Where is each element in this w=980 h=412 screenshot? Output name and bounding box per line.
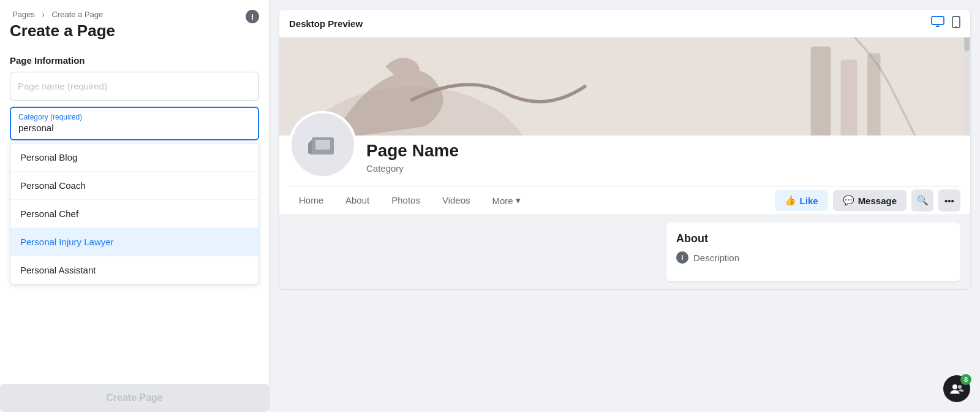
category-dropdown: Personal Blog Personal Coach Personal Ch… (10, 143, 259, 284)
like-button[interactable]: 👍 Like (775, 190, 828, 211)
page-name-input[interactable] (10, 72, 259, 101)
search-button[interactable]: 🔍 (911, 189, 933, 212)
svg-point-14 (952, 384, 957, 389)
dropdown-item-personal-injury-lawyer[interactable]: Personal Injury Lawyer (10, 228, 258, 256)
category-label: Category (required) (18, 113, 251, 121)
breadcrumb: Pages › Create a Page (10, 10, 259, 19)
nav-bar: Home About Photos Videos More ▾ 👍 Like 💬… (279, 186, 970, 215)
page-category-display: Category (366, 163, 459, 174)
content-area: About i Description (279, 215, 970, 289)
desktop-preview-icon[interactable] (931, 16, 944, 31)
nav-actions: 👍 Like 💬 Message 🔍 ••• (775, 189, 960, 212)
right-panel: Desktop Preview (270, 0, 980, 412)
page-information-label: Page Information (10, 55, 259, 66)
nav-home[interactable]: Home (289, 186, 333, 215)
more-options-button[interactable]: ••• (938, 189, 960, 212)
svg-point-15 (958, 385, 962, 389)
breadcrumb-separator: › (42, 10, 45, 19)
people-badge[interactable]: 8 (943, 375, 970, 402)
svg-rect-11 (964, 37, 970, 52)
ellipsis-icon: ••• (944, 196, 954, 206)
category-input-wrapper[interactable]: Category (required) personal (10, 107, 259, 140)
chevron-down-icon: ▾ (516, 195, 521, 206)
about-card-title: About (676, 232, 951, 245)
nav-more[interactable]: More ▾ (483, 186, 530, 215)
mobile-preview-icon[interactable] (952, 16, 960, 31)
info-circle-icon: i (676, 251, 688, 264)
svg-point-4 (956, 26, 957, 27)
nav-videos[interactable]: Videos (432, 186, 480, 215)
category-value[interactable]: personal (18, 123, 251, 133)
message-button[interactable]: 💬 Message (833, 190, 907, 211)
dropdown-item-personal-blog[interactable]: Personal Blog (10, 143, 258, 172)
nav-about[interactable]: About (336, 186, 379, 215)
preview-title: Desktop Preview (289, 18, 363, 29)
avatar (289, 111, 356, 178)
page-name-display: Page Name (366, 142, 459, 161)
svg-rect-13 (315, 140, 330, 150)
preview-header: Desktop Preview (279, 10, 970, 37)
about-card: About i Description (666, 223, 960, 281)
preview-icon-group (931, 16, 960, 31)
dropdown-item-personal-assistant[interactable]: Personal Assistant (10, 256, 258, 284)
left-panel: Pages › Create a Page Create a Page i Pa… (0, 0, 270, 412)
messenger-icon: 💬 (843, 195, 854, 206)
about-description: i Description (676, 251, 951, 264)
page-title: Create a Page (10, 21, 259, 40)
people-badge-count: 8 (960, 374, 971, 385)
dropdown-item-personal-coach[interactable]: Personal Coach (10, 172, 258, 200)
info-icon[interactable]: i (246, 10, 259, 23)
svg-rect-0 (932, 17, 944, 25)
profile-section: Page Name Category (279, 111, 970, 186)
nav-links: Home About Photos Videos More ▾ (289, 186, 775, 215)
create-page-button: Create Page (0, 384, 269, 412)
search-icon: 🔍 (917, 195, 929, 206)
dropdown-item-personal-chef[interactable]: Personal Chef (10, 200, 258, 228)
breadcrumb-parent[interactable]: Pages (12, 10, 35, 19)
nav-photos[interactable]: Photos (382, 186, 430, 215)
preview-container: Desktop Preview (279, 10, 970, 289)
breadcrumb-current: Create a Page (51, 10, 103, 19)
page-info: Page Name Category (366, 142, 459, 178)
like-icon: 👍 (785, 195, 796, 206)
